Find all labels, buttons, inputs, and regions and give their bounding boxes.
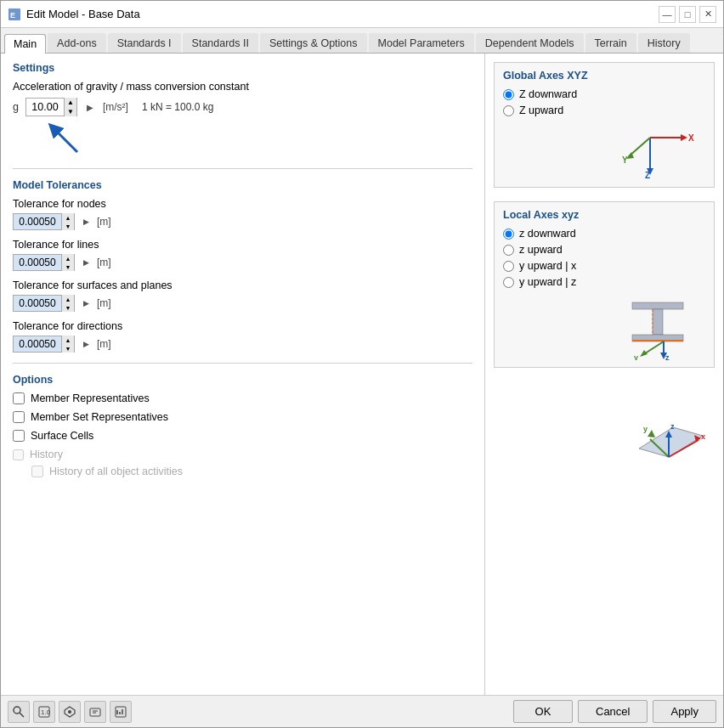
tol-surfaces-unit: [m] bbox=[97, 297, 111, 309]
svg-text:Y: Y bbox=[622, 155, 628, 165]
content-area: Settings Acceleration of gravity / mass … bbox=[1, 54, 723, 695]
plane-diagram: y x z bbox=[494, 402, 715, 461]
tol-directions-arrow-button[interactable]: ▶ bbox=[80, 336, 92, 353]
local-axes-group: Local Axes xyz z downward z upward y upw… bbox=[494, 201, 715, 368]
tab-standards1[interactable]: Standards I bbox=[108, 33, 181, 53]
local-z-downward-radio[interactable] bbox=[503, 229, 514, 240]
tol-lines-down-button[interactable]: ▼ bbox=[62, 262, 74, 271]
history-checkbox[interactable] bbox=[13, 449, 24, 460]
global-axes-diagram: Z Y X bbox=[503, 121, 705, 180]
tol-directions-label: Tolerance for directions bbox=[13, 320, 472, 332]
gravity-spinner: ▲ ▼ bbox=[64, 98, 76, 116]
global-z-upward-radio[interactable] bbox=[503, 105, 514, 116]
numeric-icon: 1.0 bbox=[38, 706, 50, 718]
model-toolbar-button[interactable] bbox=[59, 701, 81, 723]
gravity-down-button[interactable]: ▼ bbox=[65, 107, 76, 116]
tol-surfaces-input-box: ▲ ▼ bbox=[13, 295, 75, 312]
ok-button[interactable]: OK bbox=[513, 700, 573, 723]
local-z-upward-radio[interactable] bbox=[503, 245, 514, 256]
restore-button[interactable]: □ bbox=[679, 6, 696, 23]
member-reps-checkbox[interactable] bbox=[13, 392, 25, 404]
local-y-upward-x-radio[interactable] bbox=[503, 261, 514, 272]
local-y-upward-z-label: y upward | z bbox=[519, 276, 576, 288]
tol-nodes-arrow-button[interactable]: ▶ bbox=[80, 213, 92, 230]
gravity-up-button[interactable]: ▲ bbox=[65, 98, 76, 107]
svg-text:z: z bbox=[670, 422, 675, 431]
local-y-upward-z-row: y upward | z bbox=[503, 276, 705, 288]
tol-surfaces-input[interactable] bbox=[14, 297, 61, 309]
tol-nodes-input-box: ▲ ▼ bbox=[13, 213, 75, 230]
history-row: History bbox=[13, 449, 472, 460]
tol-lines-arrow-button[interactable]: ▶ bbox=[80, 254, 92, 271]
separator-1 bbox=[13, 168, 472, 169]
load-toolbar-button[interactable] bbox=[84, 701, 106, 723]
member-set-reps-checkbox[interactable] bbox=[13, 411, 25, 423]
gravity-label: Acceleration of gravity / mass conversio… bbox=[13, 81, 472, 93]
title-bar: E Edit Model - Base Data — □ ✕ bbox=[1, 1, 723, 28]
toolbar-icons: 1.0 bbox=[8, 701, 132, 723]
tab-addons[interactable]: Add-ons bbox=[48, 33, 106, 53]
history-sub-checkbox[interactable] bbox=[31, 466, 43, 477]
tol-nodes-up-button[interactable]: ▲ bbox=[62, 213, 74, 222]
gravity-input[interactable] bbox=[26, 101, 64, 113]
tab-history[interactable]: History bbox=[638, 33, 690, 53]
tol-directions-input[interactable] bbox=[14, 338, 61, 350]
tab-model-parameters[interactable]: Model Parameters bbox=[369, 33, 474, 53]
apply-button[interactable]: Apply bbox=[653, 700, 716, 723]
tol-lines-up-button[interactable]: ▲ bbox=[62, 254, 74, 262]
svg-text:E: E bbox=[10, 11, 15, 20]
svg-text:1.0: 1.0 bbox=[41, 708, 50, 716]
tol-surfaces-down-button[interactable]: ▼ bbox=[62, 303, 74, 312]
tab-terrain[interactable]: Terrain bbox=[585, 33, 636, 53]
tab-settings-options[interactable]: Settings & Options bbox=[260, 33, 367, 53]
blue-arrow-icon bbox=[47, 121, 81, 155]
tol-lines-input-box: ▲ ▼ bbox=[13, 254, 75, 271]
tol-surfaces-arrow-button[interactable]: ▶ bbox=[80, 295, 92, 312]
minimize-button[interactable]: — bbox=[659, 6, 676, 23]
options-title: Options bbox=[13, 374, 472, 386]
tab-dependent-models[interactable]: Dependent Models bbox=[476, 33, 584, 53]
tol-directions-down-button[interactable]: ▼ bbox=[62, 344, 74, 353]
left-panel: Settings Acceleration of gravity / mass … bbox=[1, 54, 485, 695]
search-icon bbox=[13, 706, 25, 718]
local-y-upward-x-label: y upward | x bbox=[519, 260, 576, 272]
local-y-upward-z-radio[interactable] bbox=[503, 277, 514, 288]
svg-marker-19 bbox=[640, 350, 648, 357]
svg-text:z: z bbox=[665, 353, 670, 360]
tol-surfaces-row: ▲ ▼ ▶ [m] bbox=[13, 295, 472, 312]
history-label: History bbox=[30, 449, 63, 460]
local-axes-diagram: y z bbox=[503, 292, 705, 360]
local-z-downward-label: z downward bbox=[519, 228, 576, 240]
tol-directions-up-button[interactable]: ▲ bbox=[62, 336, 74, 344]
search-toolbar-button[interactable] bbox=[8, 701, 30, 723]
history-sub-row: History of all object activities bbox=[31, 466, 472, 477]
tol-nodes-down-button[interactable]: ▼ bbox=[62, 222, 74, 230]
tol-nodes-row: ▲ ▼ ▶ [m] bbox=[13, 213, 472, 230]
tol-directions-unit: [m] bbox=[97, 338, 111, 350]
tol-lines-input[interactable] bbox=[14, 257, 61, 268]
svg-line-35 bbox=[20, 713, 24, 717]
surface-cells-checkbox[interactable] bbox=[13, 430, 25, 442]
surface-cells-label: Surface Cells bbox=[31, 430, 93, 442]
tol-surfaces-up-button[interactable]: ▲ bbox=[62, 295, 74, 303]
tol-nodes-unit: [m] bbox=[97, 216, 111, 228]
tol-lines-unit: [m] bbox=[97, 257, 111, 268]
results-toolbar-button[interactable] bbox=[110, 701, 132, 723]
svg-text:X: X bbox=[688, 133, 694, 143]
gravity-arrow-button[interactable]: ▶ bbox=[84, 98, 96, 116]
global-z-downward-radio[interactable] bbox=[503, 89, 514, 100]
window-title: Edit Model - Base Data bbox=[26, 8, 140, 20]
tol-lines-label: Tolerance for lines bbox=[13, 239, 472, 251]
tol-surfaces-spinner: ▲ ▼ bbox=[61, 295, 74, 312]
gravity-unit: [m/s²] bbox=[103, 101, 128, 113]
tol-nodes-input[interactable] bbox=[14, 216, 61, 228]
results-icon bbox=[115, 706, 127, 718]
global-z-downward-label: Z downward bbox=[519, 88, 577, 100]
tab-standards2[interactable]: Standards II bbox=[183, 33, 258, 53]
close-button[interactable]: ✕ bbox=[699, 6, 716, 23]
tab-main[interactable]: Main bbox=[4, 34, 46, 54]
local-z-downward-row: z downward bbox=[503, 228, 705, 240]
cancel-button[interactable]: Cancel bbox=[578, 700, 648, 723]
svg-point-34 bbox=[14, 707, 20, 714]
numeric-toolbar-button[interactable]: 1.0 bbox=[33, 701, 55, 723]
